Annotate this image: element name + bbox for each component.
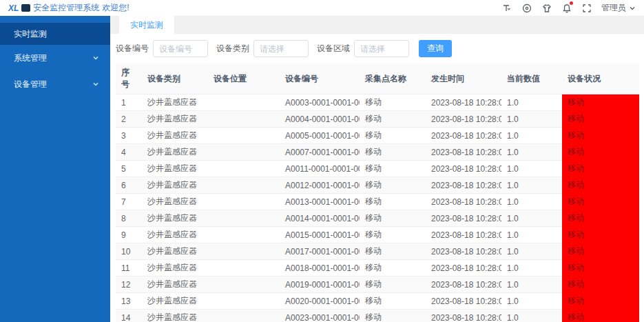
table-cell: 沙井盖感应器 bbox=[142, 293, 208, 310]
table-cell: 1 bbox=[116, 94, 142, 111]
table-cell: 移动 bbox=[360, 243, 426, 260]
table-cell: 9 bbox=[116, 227, 142, 243]
table-cell: 1.0 bbox=[501, 144, 562, 161]
column-header: 采集点名称 bbox=[360, 63, 426, 94]
table-cell: 2023-08-18 10:28:07 bbox=[426, 111, 501, 128]
table-cell: 2023-08-18 10:28:07 bbox=[426, 243, 501, 260]
table-row: 14沙井盖感应器A0023-0001-0001-0001移动2023-08-18… bbox=[116, 310, 639, 322]
table-cell: 移动 bbox=[360, 128, 426, 144]
table-cell: 2023-08-18 10:28:07 bbox=[426, 177, 501, 194]
table-cell: 13 bbox=[116, 293, 142, 310]
table-cell bbox=[208, 94, 280, 111]
table-cell: 6 bbox=[116, 177, 142, 194]
device-status-cell: 移动 bbox=[562, 111, 639, 128]
table-row: 9沙井盖感应器A0015-0001-0001-0001移动2023-08-18 … bbox=[116, 227, 639, 243]
device-status-cell: 移动 bbox=[562, 94, 639, 111]
table-cell: A0013-0001-0001-0001 bbox=[280, 194, 360, 210]
table-row: 11沙井盖感应器A0018-0001-0001-0001移动2023-08-18… bbox=[116, 260, 639, 276]
column-header: 设备编号 bbox=[280, 63, 360, 94]
table-cell: 移动 bbox=[360, 227, 426, 243]
table-cell: 2023-08-18 10:28:07 bbox=[426, 144, 501, 161]
search-button[interactable]: 查询 bbox=[419, 40, 452, 57]
table-cell bbox=[208, 260, 280, 276]
table-cell: 移动 bbox=[360, 276, 426, 293]
table-cell: A0020-0001-0001-0001 bbox=[280, 293, 360, 310]
device-status-cell: 移动 bbox=[562, 276, 639, 293]
main-panel: 设备编号 设备类别 设备区域 查询 序号设备类别设备位置设备编号采集点名称发生时… bbox=[110, 34, 644, 322]
table-cell: 1.0 bbox=[501, 293, 562, 310]
font-size-icon[interactable] bbox=[501, 3, 512, 13]
table-row: 1沙井盖感应器A0003-0001-0001-0001移动2023-08-18 … bbox=[116, 94, 639, 111]
table-cell: 1.0 bbox=[501, 210, 562, 227]
table-cell: 沙井盖感应器 bbox=[142, 94, 208, 111]
table-cell: 沙井盖感应器 bbox=[142, 310, 208, 322]
table-cell: 2023-08-18 10:28:07 bbox=[426, 310, 501, 322]
table-cell: 1.0 bbox=[501, 276, 562, 293]
table-cell: 移动 bbox=[360, 111, 426, 128]
table-cell: 移动 bbox=[360, 177, 426, 194]
table-cell: A0023-0001-0001-0001 bbox=[280, 310, 360, 322]
device-number-input[interactable] bbox=[153, 40, 208, 57]
table-cell: 2023-08-18 10:28:07 bbox=[426, 194, 501, 210]
sidebar-item-device-management[interactable]: 设备管理 bbox=[0, 71, 110, 97]
table-cell: A0004-0001-0001-0001 bbox=[280, 111, 360, 128]
table-row: 8沙井盖感应器A0014-0001-0001-0001移动2023-08-18 … bbox=[116, 210, 639, 227]
table-cell: 1.0 bbox=[501, 243, 562, 260]
table-cell bbox=[208, 194, 280, 210]
table-cell: A0015-0001-0001-0001 bbox=[280, 227, 360, 243]
table-cell: A0007-0001-0001-0001 bbox=[280, 144, 360, 161]
content-area: 实时监测 设备编号 设备类别 设备区域 查询 序号设备类别设备位置设备 bbox=[110, 16, 644, 322]
device-category-select[interactable] bbox=[253, 40, 309, 57]
device-status-cell: 移动 bbox=[562, 210, 639, 227]
device-status-cell: 移动 bbox=[562, 194, 639, 210]
table-cell: 沙井盖感应器 bbox=[142, 111, 208, 128]
device-status-cell: 移动 bbox=[562, 128, 639, 144]
table-cell bbox=[208, 210, 280, 227]
table-cell: 1.0 bbox=[501, 128, 562, 144]
table-cell: 移动 bbox=[360, 310, 426, 322]
table-cell: 5 bbox=[116, 161, 142, 177]
brand-text: XL bbox=[8, 3, 19, 13]
table-cell: 1.0 bbox=[501, 227, 562, 243]
table-cell: 移动 bbox=[360, 161, 426, 177]
table-cell: 沙井盖感应器 bbox=[142, 161, 208, 177]
table-row: 13沙井盖感应器A0020-0001-0001-0001移动2023-08-18… bbox=[116, 293, 639, 310]
table-cell: 2023-08-18 10:28:07 bbox=[426, 276, 501, 293]
table-cell bbox=[208, 276, 280, 293]
table-cell: A0014-0001-0001-0001 bbox=[280, 210, 360, 227]
table-cell: A0011-0001-0001-0001 bbox=[280, 161, 360, 177]
logo-mark-icon bbox=[21, 4, 30, 12]
column-header: 序号 bbox=[116, 63, 142, 94]
chevron-down-icon bbox=[629, 5, 636, 12]
sidebar-item-label: 实时监测 bbox=[14, 28, 47, 40]
device-status-cell: 移动 bbox=[562, 144, 639, 161]
table-cell bbox=[208, 111, 280, 128]
header-toolbar: 管理员 bbox=[501, 2, 636, 14]
device-status-cell: 移动 bbox=[562, 310, 639, 322]
table-cell: 沙井盖感应器 bbox=[142, 177, 208, 194]
table-header-row: 序号设备类别设备位置设备编号采集点名称发生时间当前数值设备状况 bbox=[116, 63, 639, 94]
bell-icon[interactable] bbox=[561, 3, 572, 13]
tab-realtime-monitor[interactable]: 实时监测 bbox=[119, 16, 174, 34]
fullscreen-icon[interactable] bbox=[581, 3, 592, 13]
table-cell: 12 bbox=[116, 276, 142, 293]
user-dropdown[interactable]: 管理员 bbox=[601, 2, 636, 14]
device-status-cell: 移动 bbox=[562, 243, 639, 260]
device-area-select[interactable] bbox=[354, 40, 409, 57]
table-cell: 沙井盖感应器 bbox=[142, 227, 208, 243]
theme-icon[interactable] bbox=[541, 3, 552, 13]
sidebar-item-realtime-monitor[interactable]: 实时监测 bbox=[0, 23, 110, 45]
column-header: 设备位置 bbox=[208, 63, 280, 94]
sidebar-item-system-management[interactable]: 系统管理 bbox=[0, 45, 110, 71]
table-cell bbox=[208, 144, 280, 161]
table-cell: A0017-0001-0001-0001 bbox=[280, 243, 360, 260]
table-cell: 1.0 bbox=[501, 94, 562, 111]
table-cell: 沙井盖感应器 bbox=[142, 128, 208, 144]
table-cell: 8 bbox=[116, 210, 142, 227]
help-icon[interactable] bbox=[521, 3, 532, 13]
table-cell: 2023-08-18 10:28:07 bbox=[426, 227, 501, 243]
table-cell: A0019-0001-0001-0001 bbox=[280, 276, 360, 293]
table-cell: 沙井盖感应器 bbox=[142, 276, 208, 293]
column-header: 发生时间 bbox=[426, 63, 501, 94]
device-status-cell: 移动 bbox=[562, 161, 639, 177]
